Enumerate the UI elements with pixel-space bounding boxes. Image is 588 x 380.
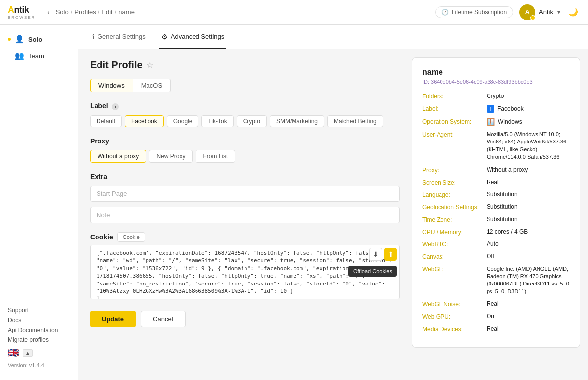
theme-toggle-button[interactable]: 🌙 — [566, 5, 580, 19]
info-label-label: Label: — [422, 105, 487, 112]
info-label-webrtc: WebRTC: — [422, 240, 487, 248]
os-tabs: Windows MacOS — [90, 79, 400, 92]
tabs-bar: ℹ General Settings ⚙ Advanced Settings — [78, 25, 588, 49]
sidebar-team-label: Team — [28, 52, 44, 60]
cookie-section-title: Cookie — [90, 233, 113, 241]
info-value-useragent: Mozilla/5.0 (Windows NT 10.0; Win64; x64… — [487, 131, 570, 161]
flag-icon: 🇬🇧 — [8, 347, 19, 358]
info-row-screen: Screen Size: Real — [422, 179, 570, 186]
info-row-useragent: User-Agent: Mozilla/5.0 (Windows NT 10.0… — [422, 131, 570, 161]
scroll-up-button[interactable]: ▲ — [23, 349, 33, 357]
breadcrumb-profiles[interactable]: Profiles — [74, 8, 96, 16]
info-value-webrtc: Auto — [487, 240, 570, 247]
subscription-badge: 🕐 Lifetime Subscription — [435, 6, 513, 18]
info-label-webgl-noise: WebGL Noise: — [422, 300, 487, 308]
info-row-media: Media Devices: Real — [422, 325, 570, 332]
star-icon[interactable]: ☆ — [147, 60, 153, 70]
os-tab-macos[interactable]: MacOS — [133, 79, 171, 92]
language-selector[interactable]: 🇬🇧 ▲ — [8, 347, 70, 358]
info-value-folders: Crypto — [487, 93, 570, 99]
label-tab-default[interactable]: Default — [90, 115, 122, 127]
sidebar-link-api-docs[interactable]: Api Documentation — [8, 327, 70, 333]
active-dot — [8, 38, 11, 41]
label-tab-facebook[interactable]: Facebook — [125, 115, 164, 127]
user-area[interactable]: A Antik ▾ — [519, 4, 560, 20]
label-tab-matched-betting[interactable]: Matched Betting — [327, 115, 383, 127]
cookie-label-row: Cookie Cookie — [90, 232, 400, 242]
info-label-canvas: Canvas: — [422, 253, 487, 260]
extra-section: Extra — [90, 173, 400, 228]
breadcrumb-edit[interactable]: Edit — [101, 8, 112, 16]
update-button[interactable]: Update — [90, 311, 136, 327]
breadcrumb-name: name — [118, 8, 135, 16]
logo-sub: BROWSER — [8, 15, 35, 20]
proxy-tab-without[interactable]: Without a proxy — [90, 150, 146, 163]
sidebar-link-migrate[interactable]: Migrate profiles — [8, 336, 70, 343]
offload-tooltip: Offload Cookies — [348, 266, 397, 277]
avatar: A — [519, 4, 535, 20]
logo: Antik BROWSER — [8, 5, 35, 20]
note-input[interactable] — [90, 207, 400, 223]
extra-section-title: Extra — [90, 173, 400, 181]
info-row-webgl: WebGL: Google Inc. (AMD) ANGLE (AMD, Rad… — [422, 265, 570, 296]
info-row-webgl-noise: WebGL Noise: Real — [422, 300, 570, 308]
back-button[interactable]: ‹ — [45, 6, 51, 19]
windows-icon: 🪟 — [487, 118, 495, 126]
sidebar-link-support[interactable]: Support — [8, 307, 70, 314]
subscription-label: Lifetime Subscription — [452, 9, 507, 16]
header-right: 🕐 Lifetime Subscription A Antik ▾ 🌙 — [435, 4, 580, 20]
label-info-icon[interactable]: i — [112, 103, 119, 110]
start-page-input[interactable] — [90, 186, 400, 202]
info-panel-title: name — [422, 68, 570, 77]
logo-text: Antik — [8, 5, 35, 15]
cookie-tab[interactable]: Cookie — [117, 232, 145, 242]
info-value-label: f Facebook — [487, 105, 570, 113]
gear-icon: ⚙ — [161, 33, 168, 41]
user-name: Antik — [539, 8, 553, 16]
facebook-icon: f — [487, 105, 494, 113]
sidebar-bottom: Support Docs Api Documentation Migrate p… — [0, 301, 78, 374]
proxy-tabs: Without a proxy New Proxy From List — [90, 150, 400, 163]
tab-general-label: General Settings — [98, 33, 146, 40]
avatar-badge — [530, 15, 535, 20]
label-tab-crypto[interactable]: Crypto — [237, 115, 267, 127]
info-label-screen: Screen Size: — [422, 179, 487, 186]
edit-profile-title: Edit Profile ☆ — [90, 59, 400, 71]
info-row-timezone: Time Zone: Substitution — [422, 216, 570, 223]
info-label-cpu: CPU / Memory: — [422, 228, 487, 236]
tab-general-settings[interactable]: ℹ General Settings — [90, 25, 147, 49]
info-label-proxy: Proxy: — [422, 166, 487, 174]
info-row-label: Label: f Facebook — [422, 105, 570, 113]
info-label-language: Language: — [422, 191, 487, 198]
download-cookie-button[interactable]: ⬇ — [369, 248, 382, 261]
label-tab-google[interactable]: Google — [167, 115, 199, 127]
breadcrumb-solo[interactable]: Solo — [56, 8, 69, 16]
offload-cookie-button[interactable]: ⬆ — [384, 248, 397, 261]
info-row-canvas: Canvas: Off — [422, 253, 570, 260]
breadcrumb: Solo / Profiles / Edit / name — [56, 8, 135, 16]
team-icon: 👥 — [15, 51, 24, 60]
sidebar-item-team[interactable]: 👥 Team — [0, 48, 78, 64]
info-value-timezone: Substitution — [487, 216, 570, 223]
label-section: Label i Default Facebook Google Tik-Tok … — [90, 102, 400, 127]
content-area: Edit Profile ☆ Windows MacOS Label i — [78, 49, 412, 380]
cancel-button[interactable]: Cancel — [141, 311, 185, 327]
tab-advanced-settings[interactable]: ⚙ Advanced Settings — [159, 25, 226, 49]
proxy-tab-new[interactable]: New Proxy — [149, 150, 193, 163]
label-tab-smm[interactable]: SMM/Marketing — [270, 115, 324, 127]
os-tab-windows[interactable]: Windows — [90, 79, 133, 92]
info-label-media: Media Devices: — [422, 325, 487, 332]
proxy-tab-from-list[interactable]: From List — [196, 150, 235, 163]
label-tab-tiktok[interactable]: Tik-Tok — [201, 115, 233, 127]
info-label-geolocation: Geolocation Settings: — [422, 203, 487, 211]
clock-icon: 🕐 — [441, 9, 449, 16]
chevron-down-icon: ▾ — [557, 9, 560, 16]
sidebar-item-solo[interactable]: 👤 Solo — [0, 31, 78, 48]
info-row-webgpu: Web GPU: On — [422, 313, 570, 320]
info-value-language: Substitution — [487, 191, 570, 198]
scroll-controls: ▲ — [23, 349, 33, 357]
sidebar-link-docs[interactable]: Docs — [8, 317, 70, 324]
info-value-webgl-noise: Real — [487, 300, 570, 307]
header: Antik BROWSER ‹ Solo / Profiles / Edit /… — [0, 0, 588, 25]
info-value-os: 🪟 Windows — [487, 118, 570, 126]
